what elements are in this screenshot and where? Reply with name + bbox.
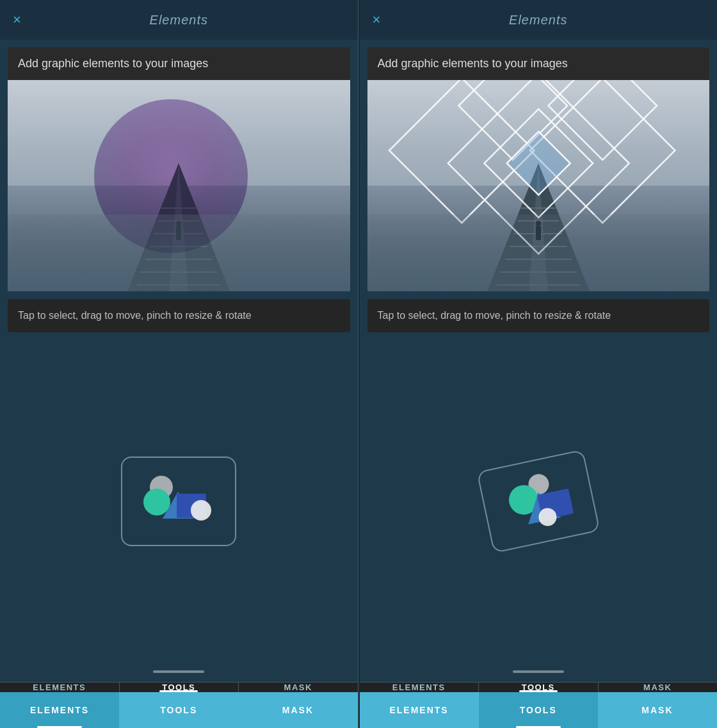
right-home-bar: [513, 670, 564, 673]
right-nav-mask[interactable]: MASK: [599, 683, 718, 692]
left-nav: ELEMENTS TOOLS MASK: [0, 682, 358, 692]
right-bottom-tools[interactable]: TOOLS: [479, 692, 598, 728]
right-nav-elements[interactable]: ELEMENTS: [360, 683, 479, 692]
svg-rect-24: [506, 132, 570, 195]
left-card: Add graphic elements to your images: [8, 47, 350, 291]
right-nav: ELEMENTS TOOLS MASK: [360, 682, 718, 692]
shape-circle-white-left: [191, 500, 211, 521]
right-shapes: [498, 467, 578, 535]
right-bottom-elements-label: ELEMENTS: [389, 705, 448, 715]
left-instructions: Tap to select, drag to move, pinch to re…: [8, 299, 350, 332]
right-nav-elements-label: ELEMENTS: [392, 683, 446, 692]
left-panel: × Elements Add graphic elements to your …: [0, 0, 358, 728]
right-bottom-mask[interactable]: MASK: [598, 692, 717, 728]
right-icon-box[interactable]: [476, 449, 600, 554]
svg-rect-22: [548, 80, 657, 160]
left-nav-elements-label: ELEMENTS: [33, 683, 86, 692]
left-bottom-mask-label: MASK: [282, 705, 314, 715]
left-bottom-elements[interactable]: ELEMENTS: [0, 692, 119, 728]
right-scene: [367, 80, 710, 291]
right-photo: [367, 80, 710, 291]
left-nav-mask-label: MASK: [284, 683, 312, 692]
left-photo: [8, 80, 350, 291]
left-bottom-tabs: ELEMENTS TOOLS MASK: [0, 692, 358, 728]
left-nav-mask[interactable]: MASK: [239, 683, 358, 692]
left-header: × Elements: [0, 0, 358, 40]
right-close-button[interactable]: ×: [373, 13, 381, 27]
right-nav-tools-label: TOOLS: [522, 683, 555, 692]
water-reflection-right: [367, 214, 710, 291]
left-nav-elements[interactable]: ELEMENTS: [0, 683, 119, 692]
left-bottom-elements-label: ELEMENTS: [30, 705, 89, 715]
left-panel-title: Elements: [150, 13, 208, 28]
right-nav-tools[interactable]: TOOLS: [479, 683, 598, 692]
right-bottom-tabs: ELEMENTS TOOLS MASK: [360, 692, 718, 728]
right-card-heading: Add graphic elements to your images: [367, 47, 710, 80]
left-nav-tools-label: TOOLS: [162, 683, 195, 692]
left-scene: [8, 80, 350, 291]
left-home-indicator: [0, 665, 358, 678]
right-bottom-tools-label: TOOLS: [520, 705, 557, 715]
right-home-indicator: [360, 665, 718, 678]
right-instructions: Tap to select, drag to move, pinch to re…: [367, 299, 710, 332]
left-home-bar: [153, 670, 204, 673]
left-nav-tools[interactable]: TOOLS: [120, 683, 239, 692]
right-panel-title: Elements: [509, 13, 567, 28]
left-icon-box[interactable]: [121, 457, 236, 546]
left-bottom-tools-label: TOOLS: [160, 705, 197, 715]
left-close-button[interactable]: ×: [13, 13, 21, 27]
right-card: Add graphic elements to your images: [367, 47, 710, 291]
right-elements-area: [360, 337, 718, 665]
left-bottom-tools[interactable]: TOOLS: [119, 692, 238, 728]
water-reflection-left: [8, 214, 350, 291]
left-card-heading: Add graphic elements to your images: [8, 47, 350, 80]
left-instructions-text: Tap to select, drag to move, pinch to re…: [18, 308, 340, 323]
left-elements-area: [0, 337, 358, 665]
right-nav-mask-label: MASK: [643, 683, 672, 692]
right-header: × Elements: [360, 0, 718, 40]
right-instructions-text: Tap to select, drag to move, pinch to re…: [378, 308, 700, 323]
left-shapes: [143, 476, 214, 527]
right-bottom-mask-label: MASK: [641, 705, 673, 715]
right-panel: × Elements Add graphic elements to your …: [360, 0, 718, 728]
right-bottom-elements[interactable]: ELEMENTS: [360, 692, 479, 728]
left-bottom-mask[interactable]: MASK: [238, 692, 357, 728]
